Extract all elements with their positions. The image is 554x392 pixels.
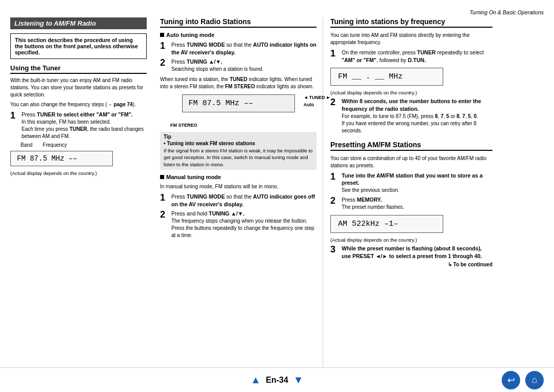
freq-step2-body2: If you have entered the wrong number, yo…	[342, 120, 492, 134]
tuner-indicator-body: When tuned into a station, the TUNED ind…	[160, 76, 316, 90]
bullet-icon	[160, 33, 164, 37]
left-column: Listening to AM/FM Radio This section de…	[10, 17, 154, 366]
tuning-section-title: Tuning into Radio Stations	[160, 17, 316, 28]
bottom-center: ▲ En-34 ▼	[250, 374, 303, 386]
bottom-right-controls: ↩ ⌂	[502, 371, 544, 389]
manual-step2-heading: Press and hold TUNING ▲/▼.	[171, 210, 316, 218]
auto-step2-body: Searching stops when a station is found.	[171, 66, 316, 73]
manual-step2-num: 2	[160, 210, 168, 239]
tuner-indicators: ◄ TUNED ► Auto	[304, 94, 331, 108]
auto-step1-num: 1	[160, 41, 168, 56]
next-arrow-icon[interactable]: ▼	[293, 374, 304, 386]
back-button[interactable]: ↩	[502, 371, 520, 389]
freq-col-header: Frequency	[43, 142, 67, 148]
preset-step1-body: See the previous section.	[342, 187, 492, 194]
manual-step1-heading: Press TUNING MODE so that the AUTO indic…	[171, 193, 316, 208]
preset-step3-num: 3	[330, 245, 339, 260]
band-display: FM 87.5 MHz ––	[10, 151, 113, 166]
section-header: Turning On & Basic Operations	[10, 9, 544, 15]
display-note: (Actual display depends on the country.)	[10, 170, 147, 176]
auto-indicator-label: Auto	[304, 102, 331, 109]
freq-display-note: (Actual display depends on the country.)	[330, 90, 492, 95]
bottom-bar: ▲ En-34 ▼ ↩ ⌂	[0, 367, 554, 392]
manual-step2-body2: Press the buttons repeatedly to change t…	[171, 225, 316, 239]
freq-step2-body1: For example, to tune to 87.5 (FM), press…	[342, 113, 492, 120]
manual-mode-label: Manual tuning mode	[160, 174, 316, 180]
manual-step2-body1: The frequency stops changing when you re…	[171, 218, 316, 225]
preset-step2-heading: Press MEMORY.	[342, 196, 492, 204]
tip-label: Tip	[164, 134, 313, 140]
tuned-right-arrow: ►	[326, 94, 331, 102]
page-number: En-34	[266, 376, 288, 385]
tip-box: Tip • Tuning into weak FM stereo station…	[160, 132, 316, 170]
tip-body: If the signal from a stereo FM station i…	[164, 147, 313, 168]
right-column: Tuning into stations by frequency You ca…	[323, 17, 492, 366]
preset-section-title: Presetting AM/FM Stations	[330, 141, 492, 151]
preset-display-note: (Actual display depends on the country.)	[330, 237, 492, 243]
manual-bullet-icon	[160, 175, 164, 179]
freq-body: You can tune into AM and FM stations dir…	[330, 32, 492, 46]
preset-display: AM 522kHz –1–	[330, 215, 443, 233]
prev-arrow-icon[interactable]: ▲	[250, 374, 261, 386]
tuner-body2: You can also change the frequency steps …	[10, 101, 147, 108]
middle-column: Tuning into Radio Stations Auto tuning m…	[154, 17, 323, 366]
freq-step2-heading: Within 8 seconds, use the number buttons…	[342, 97, 492, 112]
tuner-display: FM 87.5 MHz ––	[182, 94, 295, 112]
manual-mode-body: In manual tuning mode, FM stations will …	[160, 183, 316, 190]
tuned-label: TUNED	[309, 94, 325, 102]
auto-step1-heading: Press TUNING MODE so that the AUTO indic…	[171, 41, 316, 56]
freq-step1-heading: On the remote controller, press TUNER re…	[342, 49, 492, 64]
tuned-left-arrow: ◄	[304, 94, 308, 102]
preset-step1-num: 1	[330, 172, 339, 194]
preset-step2-body: The preset number flashes.	[342, 204, 492, 211]
preset-step1-heading: Tune into the AM/FM station that you wan…	[342, 172, 492, 187]
tuner-body1: With the built-in tuner you can enjoy AM…	[10, 77, 147, 99]
freq-section-title: Tuning into stations by frequency	[330, 17, 492, 28]
home-button[interactable]: ⌂	[525, 371, 544, 389]
section-title: Listening to AM/FM Radio	[10, 17, 147, 29]
tip-subheading: • Tuning into weak FM stereo stations	[164, 141, 313, 146]
fm-stereo-label: FM STEREO	[170, 123, 316, 128]
auto-step2-num: 2	[160, 58, 168, 73]
freq-step1-num: 1	[330, 49, 339, 64]
band-col-header: Band	[21, 142, 32, 148]
manual-step1-num: 1	[160, 193, 168, 208]
freq-step2-num: 2	[330, 97, 339, 134]
page: Turning On & Basic Operations Listening …	[0, 0, 554, 392]
continued-label: ↳ To be continued	[330, 262, 492, 267]
auto-mode-label: Auto tuning mode	[160, 32, 316, 38]
intro-box: This section describes the procedure of …	[10, 33, 147, 59]
step-number-1: 1	[10, 111, 18, 140]
step1-heading: Press TUNER to select either "AM" or "FM…	[22, 111, 147, 119]
step1-body1: In this example, FM has been selected.	[22, 119, 147, 126]
auto-step2-heading: Press TUNING ▲/▼.	[171, 58, 316, 66]
step1-body2: Each time you press TUNER, the radio ban…	[22, 126, 147, 140]
freq-tuner-display: FM __ . __ MHz	[330, 68, 443, 86]
using-tuner-title: Using the Tuner	[10, 64, 147, 74]
tuner-display-wrapper: FM 87.5 MHz –– ◄ TUNED ► Auto	[160, 94, 316, 112]
preset-step2-num: 2	[330, 196, 339, 211]
preset-body: You can store a combination of up to 40 …	[330, 155, 492, 169]
preset-step3-heading: While the preset number is flashing (abo…	[342, 245, 492, 260]
